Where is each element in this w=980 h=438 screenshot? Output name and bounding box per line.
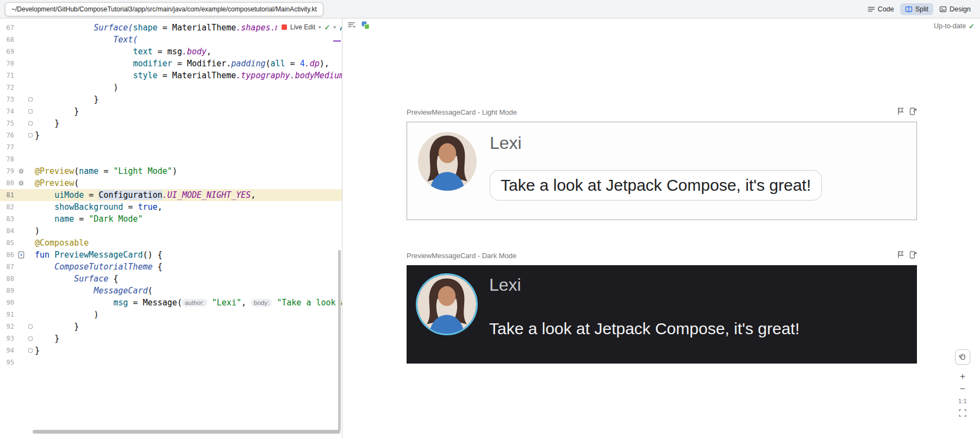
line-number[interactable]: 76	[0, 129, 16, 141]
code-line-81[interactable]: 81 uiMode = Configuration.UI_MODE_NIGHT_…	[0, 189, 342, 201]
code-line-95[interactable]: 95	[0, 356, 342, 368]
pan-button[interactable]	[955, 349, 970, 365]
code-line-79[interactable]: 79@Preview(name = "Light Mode")	[0, 165, 342, 177]
zoom-actual-button[interactable]: 1:1	[956, 395, 969, 408]
code-line-73[interactable]: 73 }	[0, 93, 342, 105]
code-line-87[interactable]: 87 ComposeTutorialTheme {	[0, 261, 342, 273]
line-number[interactable]: 87	[0, 261, 16, 273]
fold-marker[interactable]	[26, 129, 35, 141]
code-line-76[interactable]: 76}	[0, 129, 342, 141]
line-number[interactable]: 89	[0, 285, 16, 297]
code-line-80[interactable]: 80@Preview(	[0, 177, 342, 189]
code-line-92[interactable]: 92 }	[0, 321, 342, 333]
line-number[interactable]: 81	[0, 189, 16, 201]
line-number[interactable]: 84	[0, 225, 16, 237]
line-number[interactable]: 69	[0, 46, 16, 58]
code-line-84[interactable]: 84)	[0, 225, 342, 237]
run-preview-icon[interactable]	[897, 107, 904, 117]
avatar-image	[417, 275, 476, 334]
line-number[interactable]: 67	[0, 22, 16, 34]
code-line-77[interactable]: 77	[0, 141, 342, 153]
editor-horizontal-scrollbar[interactable]	[33, 430, 340, 434]
line-number[interactable]: 90	[0, 297, 16, 309]
design-mode-button[interactable]: Design	[934, 3, 976, 15]
code-line-85[interactable]: 85@Composable	[0, 237, 342, 249]
fold-marker[interactable]	[26, 105, 35, 117]
fold-marker[interactable]	[26, 321, 35, 333]
code-text: uiMode = Configuration.UI_MODE_NIGHT_YES…	[35, 189, 255, 201]
code-line-90[interactable]: 90 msg = Message(author: "Lexi", body: "…	[0, 297, 342, 309]
line-number[interactable]: 68	[0, 34, 16, 46]
fold-marker[interactable]	[26, 345, 35, 356]
code-line-86[interactable]: 86fun PreviewMessageCard() {	[0, 249, 342, 261]
line-number[interactable]: 74	[0, 105, 16, 117]
line-number[interactable]: 85	[0, 237, 16, 249]
line-number[interactable]: 92	[0, 321, 16, 333]
deploy-to-device-icon[interactable]	[909, 251, 917, 261]
line-number[interactable]: 94	[0, 345, 16, 356]
line-number[interactable]: 80	[0, 177, 16, 189]
code-line-68[interactable]: 68 Text(	[0, 34, 342, 46]
line-number[interactable]: 95	[0, 356, 16, 368]
split-mode-button[interactable]: Split	[900, 3, 933, 15]
code-mode-icon	[867, 5, 875, 13]
code-line-82[interactable]: 82 showBackground = true,	[0, 201, 342, 213]
breadcrumb-file-path[interactable]: ~/Development/GitHub/ComposeTutorial3/ap…	[5, 2, 323, 16]
code-line-89[interactable]: 89 MessageCard(	[0, 285, 342, 297]
preview-header-icons	[897, 107, 917, 117]
green-check-icon[interactable]: ✓	[324, 23, 330, 32]
line-number[interactable]: 75	[0, 117, 16, 129]
code-line-70[interactable]: 70 modifier = Modifier.padding(all = 4.d…	[0, 58, 342, 70]
line-number[interactable]: 78	[0, 153, 16, 165]
code-line-78[interactable]: 78	[0, 153, 342, 165]
code-line-88[interactable]: 88 Surface {	[0, 273, 342, 285]
line-number[interactable]: 71	[0, 70, 16, 82]
view-options-icon[interactable]	[347, 21, 356, 32]
ui-check-icon[interactable]	[361, 21, 370, 32]
line-number[interactable]: 83	[0, 213, 16, 225]
zoom-in-button[interactable]: +	[956, 370, 969, 383]
line-number[interactable]: 79	[0, 165, 16, 177]
code-line-94[interactable]: 94}	[0, 345, 342, 356]
code-line-75[interactable]: 75 }	[0, 117, 342, 129]
zoom-out-button[interactable]: −	[956, 383, 969, 395]
code-text: )	[35, 309, 98, 321]
line-number[interactable]: 86	[0, 249, 16, 261]
fold-slot	[26, 213, 35, 225]
preview-header-icons	[897, 251, 917, 261]
line-number[interactable]: 88	[0, 273, 16, 285]
zoom-fit-button[interactable]	[956, 408, 969, 420]
fold-marker[interactable]	[26, 117, 35, 129]
code-editor[interactable]: 67 Surface(shape = MaterialTheme.shapes.…	[0, 18, 342, 438]
code-line-91[interactable]: 91 )	[0, 309, 342, 321]
preview-status: Up-to-date ✓	[934, 22, 980, 30]
line-number[interactable]: 82	[0, 201, 16, 213]
line-number[interactable]: 73	[0, 93, 16, 105]
preview-settings-gear-icon[interactable]	[16, 177, 26, 189]
line-number[interactable]: 77	[0, 141, 16, 153]
line-number[interactable]: 91	[0, 309, 16, 321]
message-text: Take a look at Jetpack Compose, it's gre…	[501, 176, 811, 194]
fold-slot	[26, 273, 35, 285]
live-edit-label: Live Edit	[290, 23, 315, 31]
code-line-74[interactable]: 74 }	[0, 105, 342, 117]
live-edit-widget[interactable]: Live Edit ▾ ✓ ▾	[277, 21, 340, 34]
fold-marker[interactable]	[26, 93, 35, 105]
preview-settings-gear-icon[interactable]	[16, 165, 26, 177]
line-number[interactable]: 70	[0, 58, 16, 70]
code-mode-button[interactable]: Code	[863, 3, 899, 15]
deploy-to-device-icon[interactable]	[909, 107, 917, 117]
fold-marker[interactable]	[26, 333, 35, 345]
avatar-image	[418, 132, 477, 191]
code-line-71[interactable]: 71 style = MaterialTheme.typography.body…	[0, 70, 342, 82]
code-text: msg = Message(author: "Lexi", body: "Tak…	[35, 297, 342, 309]
line-number[interactable]: 72	[0, 82, 16, 93]
code-line-83[interactable]: 83 name = "Dark Mode"	[0, 213, 342, 225]
code-line-69[interactable]: 69 text = msg.body,	[0, 46, 342, 58]
code-line-72[interactable]: 72 )	[0, 82, 342, 93]
editor-vertical-scrollbar[interactable]	[338, 250, 341, 431]
code-line-93[interactable]: 93 }	[0, 333, 342, 345]
compose-preview-gutter-icon[interactable]	[16, 249, 26, 261]
run-preview-icon[interactable]	[897, 251, 904, 261]
line-number[interactable]: 93	[0, 333, 16, 345]
